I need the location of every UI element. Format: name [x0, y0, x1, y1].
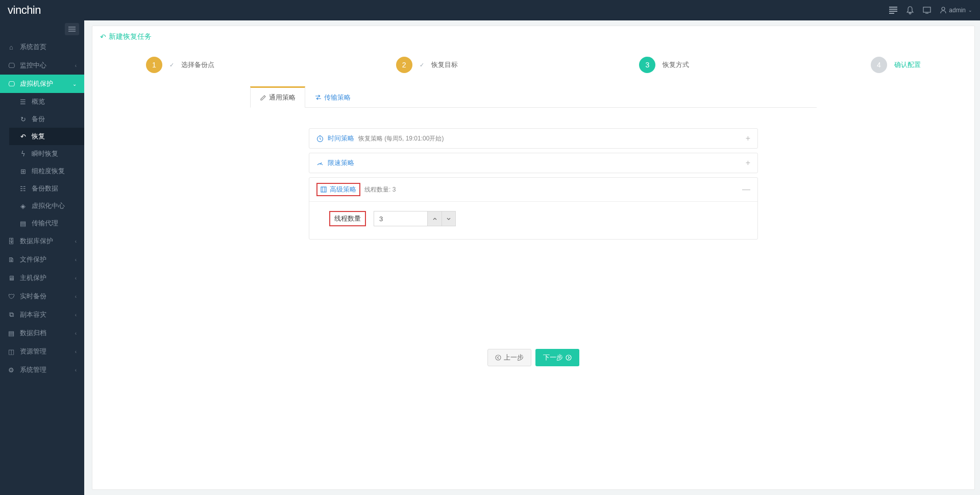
- expand-icon: +: [746, 134, 750, 143]
- next-button[interactable]: 下一步: [535, 349, 579, 366]
- list-icon: ☰: [19, 98, 27, 106]
- nav-file-protection[interactable]: 🗎文件保护 ‹: [0, 250, 84, 269]
- monitor-icon: 🖵: [8, 80, 15, 88]
- nav-label: 虚拟机保护: [20, 79, 53, 88]
- step-3: 3 恢复方式: [639, 57, 689, 73]
- clock-icon: [316, 135, 324, 142]
- sidebar: ⌂系统首页 🖵监控中心 ‹ 🖵虚拟机保护 ⌄ ☰概览 ↻备份 ↶恢复 ϟ瞬时恢复…: [0, 20, 84, 495]
- user-icon: [940, 7, 946, 14]
- logo: vinchin: [8, 4, 41, 17]
- accordion-header[interactable]: 高级策略 线程数量: 3 —: [309, 178, 757, 201]
- sidebar-toggle-wrap: [0, 20, 84, 38]
- nav-label: 数据归档: [20, 328, 46, 338]
- nav-monitor[interactable]: 🖵监控中心 ‹: [0, 56, 84, 75]
- step-number: 2: [396, 57, 412, 73]
- restore-icon: ↶: [19, 133, 27, 140]
- step-label: 确认配置: [894, 60, 921, 69]
- step-label: 选择备份点: [181, 60, 214, 69]
- svg-rect-4: [923, 7, 930, 12]
- wizard-footer: 上一步 下一步: [487, 341, 579, 376]
- monitor-icon: 🖵: [8, 62, 15, 69]
- subnav-virt-center[interactable]: ◈虚拟化中心: [9, 197, 84, 215]
- accordion-time-strategy: 时间策略 恢复策略 (每周5, 19:01:00开始) +: [309, 128, 758, 149]
- svg-point-15: [566, 355, 571, 360]
- nav-label: 数据库保护: [20, 237, 53, 246]
- step-label: 恢复方式: [663, 60, 689, 69]
- subnav-backup[interactable]: ↻备份: [9, 110, 84, 128]
- nav-label: 备份: [32, 114, 45, 124]
- nav-db-protection[interactable]: 🗄数据库保护 ‹: [0, 232, 84, 250]
- tab-transfer[interactable]: 传输策略: [305, 86, 360, 108]
- accordion-advanced-strategy: 高级策略 线程数量: 3 — 线程数量: [309, 177, 758, 240]
- step-2: 2 ✓ 恢复目标: [396, 57, 458, 73]
- step-label: 恢复目标: [431, 60, 458, 69]
- step-1: 1 ✓ 选择备份点: [146, 57, 214, 73]
- nav-label: 系统首页: [20, 42, 46, 52]
- button-label: 上一步: [504, 353, 524, 362]
- main-content: ↶ 新建恢复任务 1 ✓ 选择备份点 2 ✓ 恢复目标 3 恢复方式 4 确认配…: [84, 20, 980, 495]
- thread-count-row: 线程数量: [316, 211, 750, 226]
- svg-point-6: [942, 7, 945, 10]
- chevron-left-icon: ‹: [75, 349, 77, 355]
- thread-count-input[interactable]: [374, 211, 427, 226]
- chevron-down-icon: ⌄: [968, 8, 972, 13]
- subnav-granular-restore[interactable]: ⊞细粒度恢复: [9, 162, 84, 180]
- data-icon: ☷: [19, 185, 27, 193]
- sidebar-toggle-button[interactable]: [65, 23, 79, 35]
- nav-vm-protection[interactable]: 🖵虚拟机保护 ⌄: [0, 75, 84, 93]
- gauge-icon: [316, 159, 324, 167]
- nav-system[interactable]: ⚙系统管理 ‹: [0, 361, 84, 379]
- app-header: vinchin admin ⌄: [0, 0, 980, 20]
- subnav-overview[interactable]: ☰概览: [9, 93, 84, 110]
- chevron-left-icon: ‹: [75, 275, 77, 281]
- nav-label: 资源管理: [20, 347, 46, 356]
- spinner-up-button[interactable]: [427, 211, 442, 226]
- spinner-down-button[interactable]: [442, 211, 456, 226]
- bell-icon[interactable]: [906, 6, 914, 14]
- step-number: 3: [639, 57, 655, 73]
- step-number: 4: [871, 57, 887, 73]
- accordion-header[interactable]: 时间策略 恢复策略 (每周5, 19:01:00开始) +: [309, 129, 757, 148]
- nav-realtime-backup[interactable]: 🛡实时备份 ‹: [0, 287, 84, 305]
- collapse-icon: —: [742, 185, 750, 194]
- button-label: 下一步: [543, 353, 563, 362]
- step-number: 1: [146, 57, 162, 73]
- content-box: 通用策略 传输策略: [250, 86, 817, 341]
- subnav-backup-data[interactable]: ☷备份数据: [9, 180, 84, 197]
- nav-label: 主机保护: [20, 273, 46, 282]
- nav-archive[interactable]: ▤数据归档 ‹: [0, 324, 84, 342]
- chevron-left-icon: ‹: [75, 367, 77, 373]
- accordion-header[interactable]: 限速策略 +: [309, 153, 757, 173]
- header-actions: admin ⌄: [889, 6, 972, 14]
- nav-label: 恢复: [32, 132, 45, 141]
- user-menu[interactable]: admin ⌄: [940, 7, 972, 14]
- nav-resource[interactable]: ◫资源管理 ‹: [0, 342, 84, 361]
- accordion-subtitle: 恢复策略 (每周5, 19:01:00开始): [358, 134, 444, 143]
- tab-general[interactable]: 通用策略: [250, 86, 305, 108]
- nav-host-protection[interactable]: 🖥主机保护 ‹: [0, 269, 84, 287]
- chevron-up-icon: [433, 218, 437, 220]
- prev-button[interactable]: 上一步: [487, 349, 531, 366]
- logo-part2: chin: [21, 4, 41, 16]
- advanced-icon: [321, 186, 327, 193]
- tab-label: 传输策略: [324, 93, 351, 102]
- chevron-left-icon: ‹: [75, 239, 77, 244]
- nav-replica-dr[interactable]: ⧉副本容灾 ‹: [0, 305, 84, 324]
- job-list-icon[interactable]: [889, 7, 897, 14]
- subnav-restore[interactable]: ↶恢复: [9, 128, 84, 145]
- file-icon: 🗎: [8, 256, 15, 264]
- accordion-title: 限速策略: [328, 158, 354, 168]
- nav-label: 备份数据: [32, 184, 58, 193]
- expand-icon: +: [746, 158, 750, 168]
- subnav-instant-restore[interactable]: ϟ瞬时恢复: [9, 145, 84, 162]
- tab-content: 时间策略 恢复策略 (每周5, 19:01:00开始) +: [250, 108, 817, 264]
- screen-icon[interactable]: [923, 7, 931, 14]
- subnav-proxy[interactable]: ▤传输代理: [9, 215, 84, 232]
- nav-label: 虚拟化中心: [32, 201, 65, 210]
- chevron-left-icon: ‹: [75, 312, 77, 318]
- wizard-steps: 1 ✓ 选择备份点 2 ✓ 恢复目标 3 恢复方式 4 确认配置: [100, 48, 967, 86]
- svg-rect-1: [889, 9, 897, 10]
- grain-icon: ⊞: [19, 168, 27, 175]
- nav-home[interactable]: ⌂系统首页: [0, 38, 84, 56]
- nav-label: 监控中心: [20, 61, 46, 70]
